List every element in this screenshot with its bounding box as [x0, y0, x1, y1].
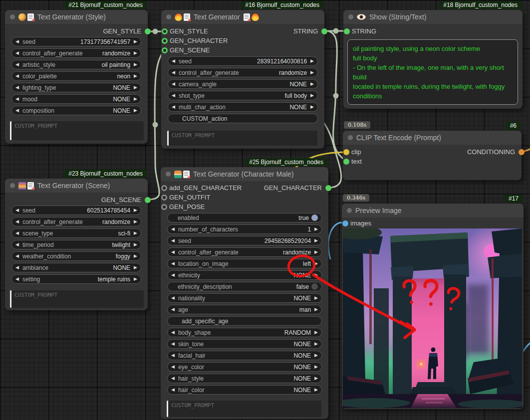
widget-camera-angle[interactable]: ◀camera_angleNONE▶ [168, 79, 318, 89]
combo-next-arrow[interactable]: ▶ [314, 250, 318, 254]
widget-seed[interactable]: ◀seed6025134785454▶ [11, 206, 141, 215]
combo-prev-arrow[interactable]: ◀ [15, 219, 19, 224]
input-port-gen-pose[interactable]: GEN_POSE [161, 202, 328, 211]
input-port-dot[interactable] [343, 159, 349, 165]
collapse-dot[interactable] [166, 172, 171, 177]
combo-prev-arrow[interactable]: ◀ [15, 39, 19, 44]
combo-prev-arrow[interactable]: ◀ [15, 62, 19, 67]
input-port-dot[interactable] [344, 28, 350, 34]
input-port-dot[interactable] [161, 195, 167, 201]
node-text-generator-style[interactable]: #21 Bjornulf_custom_nodes Text Generator… [5, 10, 148, 144]
widget-seed[interactable]: ◀seed173177356741957▶ [11, 37, 141, 46]
node-titlebar[interactable]: Text Generator (Scene) [5, 179, 148, 193]
input-port-string[interactable]: STRING [343, 26, 523, 36]
node-titlebar[interactable]: CLIP Text Encode (Prompt) [343, 131, 522, 145]
link-midpoint-dot[interactable] [333, 93, 339, 99]
combo-next-arrow[interactable]: ▶ [314, 238, 318, 243]
node-titlebar[interactable]: Text Generator [161, 10, 324, 24]
collapse-dot[interactable] [166, 14, 171, 19]
widget-ethnicity-description[interactable]: ethnicity_descriptionfalse [167, 282, 322, 291]
widget-color-palette[interactable]: ◀color_paletteneon▶ [11, 71, 141, 81]
combo-next-arrow[interactable]: ▶ [134, 74, 137, 78]
combo-next-arrow[interactable]: ▶ [310, 93, 314, 98]
combo-prev-arrow[interactable]: ◀ [171, 296, 175, 300]
combo-prev-arrow[interactable]: ◀ [171, 365, 175, 369]
combo-prev-arrow[interactable]: ◀ [15, 242, 19, 247]
add-specific-age-button[interactable]: add_specific_age [167, 316, 322, 326]
widget-hair-style[interactable]: ◀hair_styleNONE▶ [167, 374, 322, 383]
combo-prev-arrow[interactable]: ◀ [171, 307, 175, 312]
widget-control-after-generate[interactable]: ◀control_after_generaterandomize▶ [168, 68, 318, 77]
widget-lighting-type[interactable]: ◀lighting_typeNONE▶ [11, 83, 141, 92]
combo-next-arrow[interactable]: ▶ [314, 376, 318, 381]
widget-ambiance[interactable]: ◀ambianceNONE▶ [11, 263, 141, 272]
combo-next-arrow[interactable]: ▶ [134, 265, 137, 270]
widget-facial-hair[interactable]: ◀facial_hairNONE▶ [167, 351, 322, 360]
combo-prev-arrow[interactable]: ◀ [171, 353, 175, 358]
widget-hair-color[interactable]: ◀hair_colorNONE▶ [167, 385, 322, 395]
widget-nationality[interactable]: ◀nationalityNONE▶ [167, 293, 322, 303]
combo-prev-arrow[interactable]: ◀ [172, 82, 175, 86]
node-text-generator-scene[interactable]: #23 Bjornulf_custom_nodes Text Generator… [5, 179, 148, 310]
combo-prev-arrow[interactable]: ◀ [15, 265, 19, 270]
widget-weather-condition[interactable]: ◀weather_conditionfoggy▶ [11, 251, 141, 261]
input-port-genscene[interactable]: GEN_SCENE [161, 45, 324, 55]
combo-next-arrow[interactable]: ▶ [314, 227, 318, 231]
input-port-add-gen-character[interactable]: add_GEN_CHARACTER [161, 183, 328, 193]
link-midpoint-dot[interactable] [153, 122, 158, 128]
combo-prev-arrow[interactable]: ◀ [172, 105, 175, 109]
input-port-dot[interactable] [343, 149, 349, 155]
combo-prev-arrow[interactable]: ◀ [171, 261, 175, 266]
input-port-text[interactable]: text [343, 157, 522, 166]
combo-prev-arrow[interactable]: ◀ [172, 93, 175, 98]
input-port-dot[interactable] [162, 47, 168, 53]
combo-next-arrow[interactable]: ▶ [134, 254, 137, 258]
node-show-string-text[interactable]: #18 Bjornulf_custom_nodes Show (String/T… [343, 10, 523, 109]
combo-prev-arrow[interactable]: ◀ [171, 342, 175, 346]
link-midpoint-dot[interactable] [153, 29, 158, 34]
combo-prev-arrow[interactable]: ◀ [171, 250, 175, 254]
input-port-gencharacter[interactable]: GEN_CHARACTER [161, 36, 324, 45]
widget-number-of-characters[interactable]: ◀number_of_characters1▶ [167, 224, 322, 234]
custom-prompt-textarea[interactable] [10, 290, 144, 308]
node-text-generator-main[interactable]: #16 Bjornulf_custom_nodes Text Generator… [161, 10, 324, 149]
widget-multi-char-action[interactable]: ◀multi_char_actionNONE▶ [168, 102, 318, 112]
widget-location-on-image[interactable]: ◀location_on_imageleft▶ [167, 259, 322, 268]
combo-next-arrow[interactable]: ▶ [134, 208, 137, 212]
widget-composition[interactable]: ◀compositionNONE▶ [11, 106, 141, 115]
custom-action-button[interactable]: CUSTOM_action [168, 114, 318, 123]
widget-age[interactable]: ◀ageman▶ [167, 305, 322, 314]
input-port-dot[interactable] [161, 185, 167, 191]
widget-control-after-generate[interactable]: ◀control_after_generaterandomize▶ [167, 247, 322, 257]
combo-next-arrow[interactable]: ▶ [314, 353, 318, 358]
combo-next-arrow[interactable]: ▶ [314, 307, 318, 312]
combo-prev-arrow[interactable]: ◀ [172, 59, 175, 63]
node-preview-image[interactable]: 0.346s #17 Preview Image images [342, 204, 524, 409]
combo-next-arrow[interactable]: ▶ [314, 261, 318, 266]
input-port-dot[interactable] [161, 204, 167, 210]
input-port-clip[interactable]: clip [343, 147, 522, 157]
combo-prev-arrow[interactable]: ◀ [15, 108, 19, 113]
combo-prev-arrow[interactable]: ◀ [15, 51, 19, 55]
combo-next-arrow[interactable]: ▶ [314, 296, 318, 300]
combo-prev-arrow[interactable]: ◀ [172, 70, 175, 75]
node-graph-canvas[interactable]: { "ui": { "combo_prev": "◀", "combo_next… [0, 0, 530, 420]
input-port-images[interactable]: images [342, 218, 524, 228]
input-port-gen-outfit[interactable]: GEN_OUTFIT [161, 193, 328, 202]
combo-next-arrow[interactable]: ▶ [314, 273, 318, 277]
collapse-dot[interactable] [348, 14, 353, 19]
combo-prev-arrow[interactable]: ◀ [171, 273, 175, 277]
combo-prev-arrow[interactable]: ◀ [15, 277, 19, 281]
input-port-dot[interactable] [342, 220, 348, 226]
widget-artistic-style[interactable]: ◀artistic_styleoil painting▶ [11, 60, 141, 69]
toggle-knob[interactable] [311, 214, 318, 221]
link-midpoint-dot[interactable] [333, 28, 339, 34]
collapse-dot[interactable] [10, 183, 15, 188]
input-port-genstyle[interactable]: GEN_STYLE [161, 26, 324, 36]
custom-prompt-textarea[interactable] [10, 121, 144, 140]
combo-next-arrow[interactable]: ▶ [134, 108, 137, 113]
custom-prompt-textarea[interactable] [167, 401, 321, 417]
combo-prev-arrow[interactable]: ◀ [171, 238, 175, 243]
output-port-dot[interactable] [145, 28, 151, 34]
widget-shot-type[interactable]: ◀shot_typefull body▶ [168, 91, 318, 100]
